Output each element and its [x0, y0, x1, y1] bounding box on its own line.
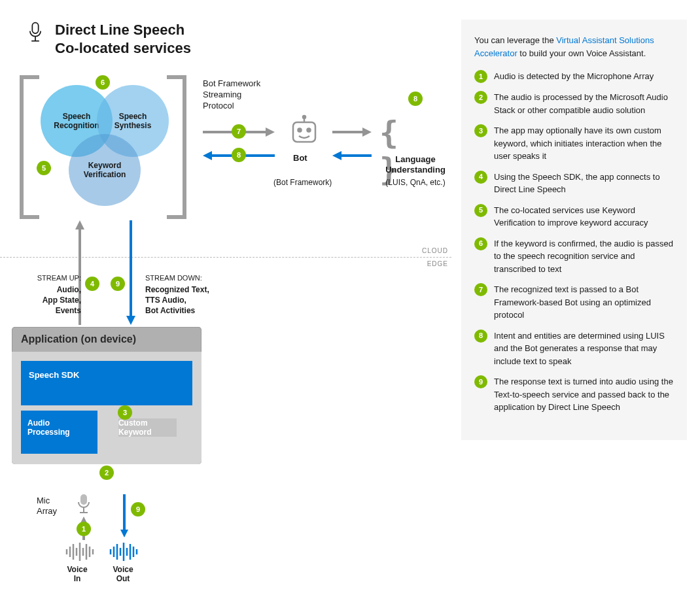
mic-array-icon	[76, 493, 92, 519]
step-num: 9	[474, 375, 487, 388]
protocol-label: Bot Framework Streaming Protocol	[203, 78, 275, 112]
label: KeywordVerification	[84, 161, 126, 180]
language-label: LanguageUnderstanding	[379, 154, 451, 175]
step-num: 6	[474, 237, 487, 250]
circle-keyword-verification: KeywordVerification	[69, 134, 141, 206]
step-text: The audio is processed by the Microsoft …	[494, 91, 674, 116]
step-num: 7	[474, 283, 487, 296]
step-num: 5	[474, 204, 487, 217]
step-text: Using the Speech SDK, the app connects t…	[494, 171, 674, 196]
svg-point-11	[307, 129, 311, 132]
audio-processing-box: AudioProcessing	[21, 411, 97, 454]
step-num: 2	[474, 91, 487, 104]
braces-icon: { }	[379, 114, 451, 188]
app-header: Application (on device)	[12, 327, 201, 352]
step-text: Audio is detected by the Microphone Arra…	[494, 70, 654, 83]
step-badge-8b: 8	[408, 92, 423, 106]
step-badge-2: 2	[99, 466, 114, 480]
svg-marker-17	[75, 220, 84, 229]
step-badge-1: 1	[77, 522, 91, 536]
step-num: 3	[474, 124, 487, 137]
speech-sdk-box: Speech SDK	[21, 361, 192, 405]
step-badge-9b: 9	[131, 502, 145, 517]
body: Recognized Text,TTS Audio,Bot Activities	[145, 285, 209, 315]
arrow-from-language	[332, 149, 372, 162]
arrow-voice-out	[119, 494, 130, 537]
svg-marker-4	[266, 127, 275, 137]
custom-keyword-box: CustomKeyword	[118, 418, 177, 437]
architecture-diagram: Direct Line Speech Co-located services S…	[0, 0, 451, 593]
step-text: The app may optionally have its own cust…	[494, 124, 674, 163]
title-row: Direct Line Speech Co-located services	[26, 21, 191, 57]
diagram-title: Direct Line Speech Co-located services	[55, 21, 191, 57]
steps-list: 1Audio is detected by the Microphone Arr…	[474, 70, 674, 414]
bracket-right	[167, 75, 186, 219]
bot-icon	[288, 114, 321, 150]
svg-marker-13	[362, 127, 372, 137]
hdr: STREAM DOWN:	[145, 273, 209, 283]
svg-point-8	[303, 116, 306, 118]
arrow-stream-down	[124, 220, 137, 325]
step-text: Intent and entities are determined using…	[494, 330, 674, 368]
step-text: The co-located services use Keyword Veri…	[494, 204, 674, 229]
arrow-to-language	[332, 126, 372, 139]
title-line-1: Direct Line Speech	[55, 21, 191, 39]
step-badge-3: 3	[118, 405, 132, 420]
step-badge-9a: 9	[111, 277, 125, 291]
step-5: 5The co-located services use Keyword Ver…	[474, 204, 674, 229]
step-badge-4: 4	[85, 277, 99, 291]
bracket-left	[20, 75, 39, 219]
step-7: 7The recognized text is passed to a Bot …	[474, 283, 674, 322]
svg-rect-20	[80, 494, 87, 505]
svg-rect-9	[293, 122, 315, 142]
sidebar-intro: You can leverage the Virtual Assistant S…	[474, 34, 674, 59]
bot-sublabel: (Bot Framework)	[273, 178, 332, 187]
voice-in-label: VoiceIn	[59, 565, 96, 583]
step-text: The response text is turned into audio u…	[494, 375, 674, 414]
step-9: 9The response text is turned into audio …	[474, 375, 674, 414]
microphone-icon	[26, 21, 44, 46]
step-badge-7: 7	[232, 124, 246, 139]
step-num: 8	[474, 330, 487, 343]
step-6: 6If the keyword is confirmed, the audio …	[474, 237, 674, 276]
label: SpeechSynthesis	[114, 112, 152, 131]
svg-marker-15	[332, 151, 341, 160]
application-box: Application (on device) Speech SDK Audio…	[12, 327, 201, 464]
intro-prefix: You can leverage the	[474, 35, 556, 45]
step-8: 8Intent and entities are determined usin…	[474, 330, 674, 368]
waveform-in-icon	[64, 541, 97, 565]
stream-up-label: STREAM UP: Audio,App State,Events	[27, 273, 81, 316]
step-badge-5: 5	[37, 161, 51, 175]
bot-label: Bot	[293, 153, 307, 163]
step-4: 4Using the Speech SDK, the app connects …	[474, 171, 674, 196]
cloud-edge-divider	[0, 257, 451, 258]
language-sublabel: (LUIS, QnA, etc.)	[379, 178, 451, 187]
step-1: 1Audio is detected by the Microphone Arr…	[474, 70, 674, 83]
body: Audio,App State,Events	[43, 285, 81, 315]
step-2: 2The audio is processed by the Microsoft…	[474, 91, 674, 116]
svg-point-10	[298, 129, 302, 132]
step-num: 1	[474, 70, 487, 83]
app-body: Speech SDK AudioProcessing CustomKeyword	[12, 352, 201, 464]
svg-marker-6	[203, 151, 212, 160]
intro-suffix: to build your own Voice Assistant.	[517, 48, 646, 58]
cloud-label: CLOUD	[422, 247, 448, 254]
hdr: STREAM UP:	[27, 273, 81, 283]
svg-rect-0	[32, 23, 38, 33]
step-text: The recognized text is passed to a Bot F…	[494, 283, 674, 322]
voice-out-label: VoiceOut	[105, 565, 141, 583]
step-badge-6: 6	[96, 75, 110, 90]
mic-array-label: MicArray	[37, 496, 65, 516]
svg-marker-19	[126, 316, 135, 325]
edge-label: EDGE	[427, 260, 448, 267]
label: SpeechRecognition	[54, 112, 99, 131]
title-line-2: Co-located services	[55, 39, 191, 58]
step-3: 3The app may optionally have its own cus…	[474, 124, 674, 163]
waveform-out-icon	[108, 541, 141, 565]
step-num: 4	[474, 171, 487, 184]
steps-sidebar: You can leverage the Virtual Assistant S…	[461, 20, 687, 440]
svg-marker-26	[120, 530, 128, 537]
step-text: If the keyword is confirmed, the audio i…	[494, 237, 674, 276]
step-badge-8a: 8	[232, 148, 246, 162]
custom-keyword-wrap: CustomKeyword	[103, 411, 192, 454]
